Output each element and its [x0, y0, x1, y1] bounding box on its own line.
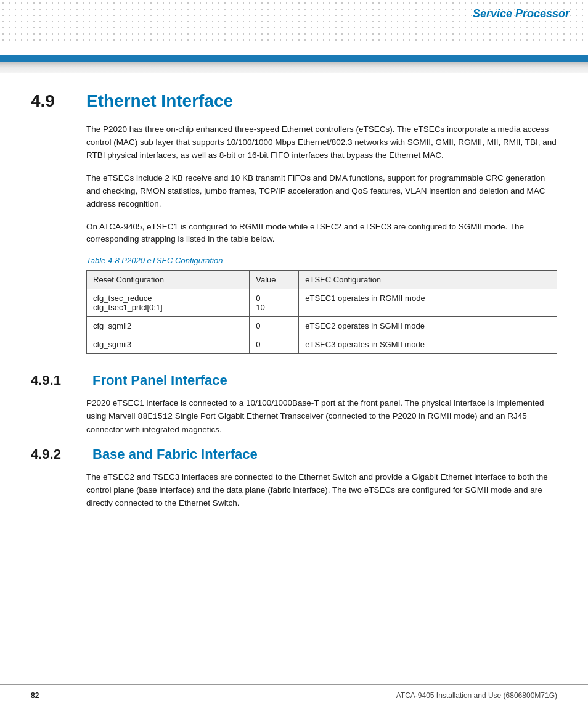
section-49-para2: The eTSECs include 2 KB receive and 10 K… — [86, 172, 557, 211]
table-cell-value: 0 — [250, 317, 299, 335]
table-row: cfg_sgmii20eTSEC2 operates in SGMII mode — [87, 317, 557, 335]
section-49-para1: The P2020 has three on-chip enhanced thr… — [86, 123, 557, 162]
section-49-para3: On ATCA-9405, eTSEC1 is configured to RG… — [86, 221, 557, 247]
table-header-value: Value — [250, 271, 299, 289]
etsec-config-table: Reset Configuration Value eTSEC Configur… — [86, 270, 557, 354]
table-cell-etsec: eTSEC2 operates in SGMII mode — [299, 317, 557, 335]
main-content: 4.9 Ethernet Interface The P2020 has thr… — [0, 85, 588, 544]
blue-banner — [0, 55, 588, 62]
table-cell-etsec: eTSEC3 operates in SGMII mode — [299, 335, 557, 354]
section-492-heading: 4.9.2 Base and Fabric Interface — [31, 446, 557, 462]
footer: 82 ATCA-9405 Installation and Use (68068… — [0, 684, 588, 706]
section-492-para: The eTSEC2 and TSEC3 interfaces are conn… — [86, 471, 557, 510]
section-491-para: P2020 eTSEC1 interface is connected to a… — [86, 397, 557, 437]
table-cell-config: cfg_tsec_reducecfg_tsec1_prtcl[0:1] — [87, 289, 250, 317]
table-cell-config: cfg_sgmii3 — [87, 335, 250, 354]
section-491-title: Front Panel Interface — [92, 372, 227, 388]
section-492-title: Base and Fabric Interface — [92, 446, 258, 462]
table-cell-config: cfg_sgmii2 — [87, 317, 250, 335]
section-49-number: 4.9 — [31, 91, 68, 111]
footer-doc-ref: ATCA-9405 Installation and Use (6806800M… — [396, 691, 557, 700]
table-cell-etsec: eTSEC1 operates in RGMII mode — [299, 289, 557, 317]
table-cell-value: 010 — [250, 289, 299, 317]
section-491-number: 4.9.1 — [31, 372, 74, 388]
table-header-reset: Reset Configuration — [87, 271, 250, 289]
section-49-heading: 4.9 Ethernet Interface — [31, 91, 557, 111]
section-49-title: Ethernet Interface — [86, 91, 233, 111]
header-area: Service Processor — [0, 0, 588, 55]
table-cell-value: 0 — [250, 335, 299, 354]
footer-page-number: 82 — [31, 691, 39, 700]
table-caption: Table 4-8 P2020 eTSEC Configuration — [86, 256, 557, 265]
table-wrapper: Reset Configuration Value eTSEC Configur… — [86, 270, 557, 354]
gray-band — [0, 62, 588, 73]
table-row: cfg_sgmii30eTSEC3 operates in SGMII mode — [87, 335, 557, 354]
header-title: Service Processor — [473, 7, 570, 20]
table-header-etsec: eTSEC Configuration — [299, 271, 557, 289]
section-492-number: 4.9.2 — [31, 446, 74, 462]
section-491-heading: 4.9.1 Front Panel Interface — [31, 372, 557, 388]
table-row: cfg_tsec_reducecfg_tsec1_prtcl[0:1]010eT… — [87, 289, 557, 317]
